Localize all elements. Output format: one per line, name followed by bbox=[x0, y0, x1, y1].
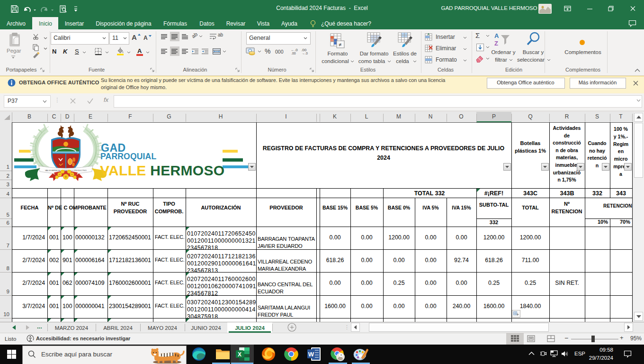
svg-text:X: X bbox=[238, 351, 242, 358]
svg-text:W: W bbox=[308, 351, 314, 358]
svg-text:Z: Z bbox=[494, 40, 498, 47]
svg-text:≠: ≠ bbox=[339, 42, 341, 47]
svg-text:A: A bbox=[494, 32, 499, 39]
